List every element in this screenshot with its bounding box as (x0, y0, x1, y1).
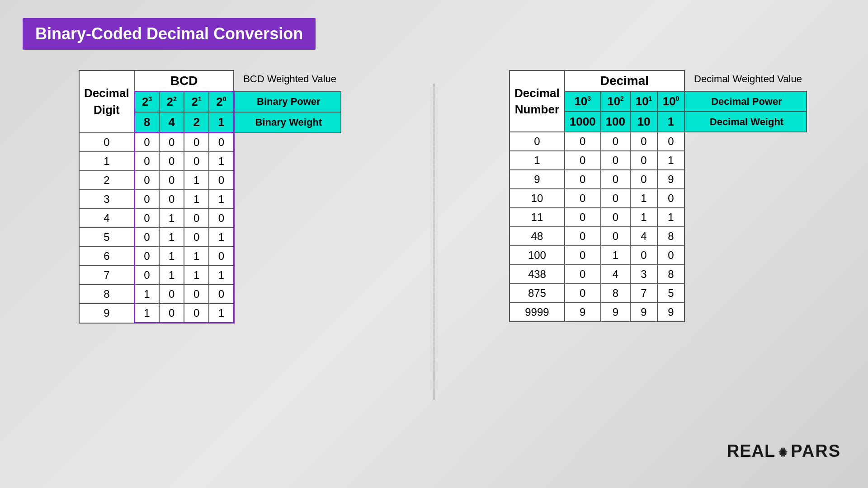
bcd-row-9-col-0: 9 (79, 304, 134, 323)
dec-row-5-col-2: 0 (601, 227, 630, 246)
dec-row-5-col-3: 4 (630, 227, 657, 246)
bcd-row-6-col-2: 1 (159, 247, 184, 266)
dec-row-2-col-0: 9 (509, 170, 565, 189)
bcd-row-2-col-0: 2 (79, 171, 134, 190)
bcd-row-0-col-2: 0 (159, 133, 184, 152)
bcd-row-7-col-2: 1 (159, 266, 184, 285)
bcd-row-4-empty (234, 209, 341, 228)
dec-row-2-empty (684, 170, 807, 189)
dec-row-4-col-4: 1 (657, 208, 684, 227)
bcd-row-5-col-2: 1 (159, 228, 184, 247)
title-text: Binary-Coded Decimal Conversion (35, 24, 303, 43)
bcd-row-8-empty (234, 285, 341, 304)
dec-row-0-empty (684, 132, 807, 151)
bcd-row-4-col-0: 4 (79, 209, 134, 228)
bcd-weight-1: 1 (209, 112, 234, 133)
dec-row-2-col-1: 0 (565, 170, 601, 189)
right-section: DecimalNumber Decimal Decimal Weighted V… (439, 70, 868, 400)
dec-weight-10: 10 (630, 112, 657, 132)
dec-row-3-empty (684, 189, 807, 208)
dec-row-8-empty (684, 284, 807, 303)
bcd-table-wrapper: DecimalDigit BCD BCD Weighted Value 23 2… (79, 70, 341, 400)
bcd-row-5-col-0: 5 (79, 228, 134, 247)
bcd-row-5-col-3: 0 (184, 228, 209, 247)
bcd-row-9-col-3: 0 (184, 304, 209, 323)
bcd-table-row: 50101 (79, 228, 341, 247)
dec-row-9-empty (684, 303, 807, 322)
binary-weight-label: Binary Weight (234, 112, 341, 133)
dec-row-3-col-1: 0 (565, 189, 601, 208)
bcd-row-8-col-4: 0 (209, 285, 234, 304)
realpars-logo: REALPARS (727, 441, 841, 461)
decimal-table-row: 00000 (509, 132, 807, 151)
dec-weight-1: 1 (657, 112, 684, 132)
dec-row-9-col-3: 9 (630, 303, 657, 322)
decimal-power-label: Decimal Power (684, 91, 807, 112)
bcd-row-1-col-1: 0 (134, 152, 159, 171)
decimal-table-row: 10001 (509, 151, 807, 170)
bcd-power-2-3: 23 (134, 92, 159, 113)
dec-row-4-col-1: 0 (565, 208, 601, 227)
dec-row-6-col-0: 100 (509, 246, 565, 265)
dec-row-4-empty (684, 208, 807, 227)
dec-row-3-col-2: 0 (601, 189, 630, 208)
dec-row-7-col-0: 438 (509, 265, 565, 284)
bcd-table-row: 60110 (79, 247, 341, 266)
dec-row-9-col-2: 9 (601, 303, 630, 322)
bcd-row-8-col-2: 0 (159, 285, 184, 304)
bcd-weight-8: 8 (134, 112, 159, 133)
bcd-row-5-empty (234, 228, 341, 247)
bcd-row-3-empty (234, 190, 341, 209)
bcd-table-row: 20010 (79, 171, 341, 190)
left-section: DecimalDigit BCD BCD Weighted Value 23 2… (0, 70, 429, 400)
bcd-row-4-col-4: 0 (209, 209, 234, 228)
dec-row-1-empty (684, 151, 807, 170)
bcd-row-1-col-0: 1 (79, 152, 134, 171)
dec-row-9-col-0: 9999 (509, 303, 565, 322)
dec-row-4-col-0: 11 (509, 208, 565, 227)
dec-power-10-2: 102 (601, 91, 630, 112)
bcd-row-8-col-1: 1 (134, 285, 159, 304)
dec-row-9-col-1: 9 (565, 303, 601, 322)
bcd-row-6-col-1: 0 (134, 247, 159, 266)
bcd-table-row: 91001 (79, 304, 341, 323)
dec-row-4-col-2: 0 (601, 208, 630, 227)
bcd-row-1-col-4: 1 (209, 152, 234, 171)
dec-row-8-col-3: 7 (630, 284, 657, 303)
bcd-row-2-empty (234, 171, 341, 190)
bcd-row-0-col-0: 0 (79, 133, 134, 152)
bcd-row-3-col-3: 1 (184, 190, 209, 209)
decimal-table-row: 110011 (509, 208, 807, 227)
dec-row-5-empty (684, 227, 807, 246)
dec-row-1-col-3: 0 (630, 151, 657, 170)
decimal-number-header: DecimalNumber (509, 70, 565, 132)
bcd-table: DecimalDigit BCD BCD Weighted Value 23 2… (79, 70, 341, 324)
bcd-row-0-col-4: 0 (209, 133, 234, 152)
dec-row-4-col-3: 1 (630, 208, 657, 227)
bcd-table-row: 30011 (79, 190, 341, 209)
bcd-row-7-col-0: 7 (79, 266, 134, 285)
dec-row-8-col-2: 8 (601, 284, 630, 303)
bcd-header: BCD (134, 70, 234, 92)
dec-row-5-col-0: 48 (509, 227, 565, 246)
dec-row-0-col-3: 0 (630, 132, 657, 151)
decimal-header: Decimal (565, 70, 684, 91)
title-bar: Binary-Coded Decimal Conversion (23, 18, 316, 50)
bcd-row-1-empty (234, 152, 341, 171)
dec-row-8-col-4: 5 (657, 284, 684, 303)
dec-row-1-col-0: 1 (509, 151, 565, 170)
dec-row-5-col-4: 8 (657, 227, 684, 246)
bcd-row-7-col-3: 1 (184, 266, 209, 285)
dec-row-2-col-2: 0 (601, 170, 630, 189)
decimal-table-row: 100010 (509, 189, 807, 208)
bcd-row-3-col-4: 1 (209, 190, 234, 209)
bcd-weight-2: 2 (184, 112, 209, 133)
decimal-table-row: 4380438 (509, 265, 807, 284)
bcd-row-4-col-1: 0 (134, 209, 159, 228)
decimal-weight-label: Decimal Weight (684, 112, 807, 132)
decimal-table-row: 480048 (509, 227, 807, 246)
bcd-row-6-col-0: 6 (79, 247, 134, 266)
bcd-row-4-col-2: 1 (159, 209, 184, 228)
bcd-weighted-value-header: BCD Weighted Value (234, 70, 341, 92)
dec-row-6-col-4: 0 (657, 246, 684, 265)
